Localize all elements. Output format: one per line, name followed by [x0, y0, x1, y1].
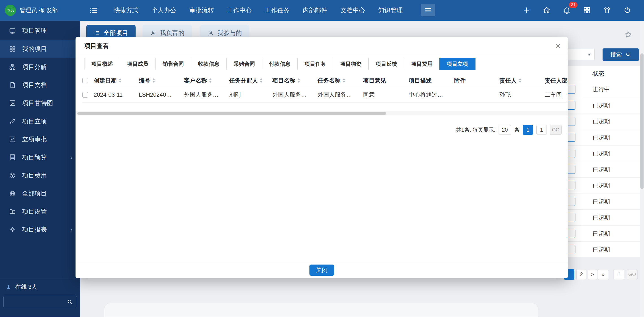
sidebar-item-all-projects[interactable]: 全部项目	[0, 184, 80, 203]
modal-pagination: 共1条, 每页显示: 条 1 GO	[456, 124, 562, 135]
horizontal-scrollbar-thumb[interactable]	[77, 112, 386, 115]
vertical-scrollbar-thumb[interactable]	[640, 53, 644, 189]
bg-last-page-button[interactable]: »	[598, 269, 608, 280]
modal-tab[interactable]: 销售合同	[155, 58, 191, 70]
column-header-label: 任务分配人	[229, 77, 258, 85]
page-size-input[interactable]	[498, 125, 511, 135]
project-view-modal: 项目查看 × 项目概述 项目成员 销售合同 收款信息 采购合同 付款信息 项目任…	[76, 37, 568, 278]
online-users: 在线 3人	[6, 283, 80, 291]
folder-gear-icon	[9, 208, 16, 215]
sidebar-item-label: 项目管理	[22, 27, 47, 35]
select-all-checkbox[interactable]	[82, 78, 88, 83]
topnav-item[interactable]: 快捷方式	[114, 6, 138, 14]
column-header[interactable]: 责任人部门	[544, 77, 568, 85]
sidebar-item-project-expenses[interactable]: 项目费用	[0, 166, 80, 184]
modal-tab[interactable]: 项目费用	[404, 58, 440, 70]
table-cell: 外国人服务…	[184, 91, 229, 99]
theme-shirt-icon[interactable]	[603, 6, 611, 14]
column-header[interactable]: 任务名称	[318, 77, 363, 85]
more-menus-icon[interactable]	[420, 4, 436, 16]
column-header[interactable]: 责任人	[500, 77, 545, 85]
topnav-item[interactable]: 内部邮件	[303, 6, 328, 14]
table-cell: 二车间	[544, 91, 568, 99]
modal-tab[interactable]: 项目物资	[333, 58, 369, 70]
column-header-label: 项目名称	[272, 77, 295, 85]
sidebar-item-project-management[interactable]: 项目管理	[0, 22, 80, 40]
close-icon[interactable]: ×	[556, 42, 561, 51]
column-header-label: 责任人	[500, 77, 517, 85]
sort-arrows-icon	[260, 78, 262, 83]
column-header[interactable]: 项目描述	[409, 77, 454, 85]
sort-arrows-icon	[519, 78, 522, 83]
status-value: 已超期	[593, 230, 610, 237]
column-header[interactable]: 创建日期	[94, 77, 139, 85]
modal-tab[interactable]: 项目反馈	[368, 58, 404, 70]
column-header-label: 附件	[454, 77, 466, 85]
sidebar-item-project-breakdown[interactable]: 项目分解	[0, 58, 80, 76]
bg-page-2-button[interactable]: 2	[576, 269, 587, 280]
modal-tab[interactable]: 收款信息	[191, 58, 226, 70]
table-row[interactable]: 2024-03-11 LSH20240… 外国人服务… 刘刚 外国人服务… 外国…	[82, 87, 568, 103]
search-button[interactable]: 搜索	[602, 49, 639, 61]
sidebar-item-project-budget[interactable]: 项目预算	[0, 148, 80, 167]
user-info[interactable]: 理员 管理员 -研发部	[5, 0, 58, 21]
topnav-item[interactable]: 工作任务	[265, 6, 290, 14]
table-cell: 孙飞	[500, 91, 545, 99]
sidebar-item-project-gantt[interactable]: 项目甘特图	[0, 94, 80, 112]
topnav-item[interactable]: 个人办公	[152, 6, 176, 14]
modal-tab[interactable]: 采购合同	[226, 58, 262, 70]
status-value: 已超期	[593, 150, 610, 157]
sidebar-item-my-projects[interactable]: 我的项目	[0, 40, 80, 58]
sidebar-search-input[interactable]	[7, 299, 67, 305]
status-column-header[interactable]: 状态	[593, 70, 604, 77]
status-value: 已超期	[593, 214, 610, 221]
modal-tab[interactable]: 付款信息	[262, 58, 298, 70]
bg-page-jump-input[interactable]	[614, 269, 624, 280]
notifications-bell-icon[interactable]: 21	[563, 6, 571, 14]
people-icon	[208, 30, 214, 36]
favorite-star-icon[interactable]	[624, 31, 632, 39]
bg-next-page-button[interactable]: >	[588, 269, 597, 280]
column-header[interactable]: 客户名称	[184, 77, 229, 85]
sidebar-item-label: 立项审批	[22, 135, 47, 143]
topnav-item[interactable]: 知识管理	[378, 6, 403, 14]
home-icon[interactable]	[542, 6, 551, 14]
column-header-label: 客户名称	[184, 77, 207, 85]
modal-tab[interactable]: 项目概述	[84, 58, 120, 70]
modal-tab[interactable]: 项目立项	[440, 58, 475, 70]
table-cell: 中心将通过…	[409, 91, 454, 99]
column-header[interactable]: 编号	[139, 77, 184, 85]
sidebar-item-initiation-approval[interactable]: 立项审批	[0, 130, 80, 148]
modal-header: 项目查看 ×	[76, 37, 568, 55]
status-value: 已超期	[593, 133, 610, 141]
power-icon[interactable]	[623, 6, 632, 14]
add-icon[interactable]	[522, 6, 531, 14]
column-header-label: 创建日期	[94, 77, 117, 85]
column-header[interactable]: 项目意见	[363, 77, 408, 85]
bg-go-button[interactable]: GO	[627, 269, 638, 280]
modal-tab[interactable]: 项目成员	[120, 58, 156, 70]
sidebar-item-label: 项目分解	[22, 63, 47, 71]
close-button[interactable]: 关闭	[310, 264, 334, 275]
modal-tab[interactable]: 项目任务	[297, 58, 333, 70]
row-checkbox[interactable]	[82, 92, 88, 98]
sidebar-item-project-settings[interactable]: 项目设置	[0, 203, 80, 221]
topnav-item[interactable]: 工作中心	[227, 6, 252, 14]
page-jump-input[interactable]	[536, 125, 547, 135]
column-header[interactable]: 任务分配人	[229, 77, 272, 85]
current-page-button[interactable]: 1	[523, 125, 533, 135]
column-header[interactable]: 附件	[454, 77, 500, 85]
topnav-item[interactable]: 文档中心	[340, 6, 365, 14]
column-header[interactable]: 项目名称	[272, 77, 318, 85]
sidebar-item-project-documents[interactable]: 项目文档	[0, 76, 80, 94]
apps-grid-icon[interactable]	[583, 6, 591, 14]
topnav-item[interactable]: 审批流转	[189, 6, 214, 14]
sidebar-item-project-initiation[interactable]: 项目立项	[0, 112, 80, 130]
go-button[interactable]: GO	[550, 125, 561, 135]
sidebar-item-project-reports[interactable]: 项目报表	[0, 221, 80, 239]
menu-toggle-icon[interactable]	[89, 6, 98, 15]
search-icon[interactable]	[67, 299, 73, 305]
pagination-unit: 条	[514, 126, 520, 133]
status-value: 已超期	[593, 182, 610, 189]
sidebar-item-label: 项目费用	[22, 171, 47, 180]
